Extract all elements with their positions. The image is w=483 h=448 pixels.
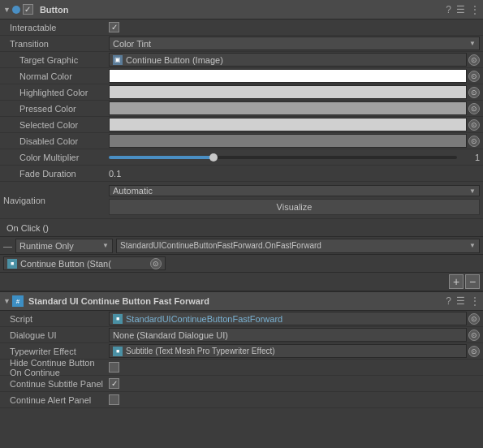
remove-button[interactable]: − xyxy=(465,274,480,289)
runtime-dropdown[interactable]: Runtime Only ▼ xyxy=(15,239,113,253)
standard-fold-arrow[interactable]: ▼ xyxy=(3,297,11,305)
navigation-dropdown-arrow: ▼ xyxy=(469,187,476,195)
highlighted-color-row: Highlighted Color ⊙ xyxy=(0,84,483,101)
add-remove-row: + − xyxy=(0,273,483,291)
pressed-color-row: Pressed Color ⊙ xyxy=(0,101,483,117)
target-graphic-field[interactable]: ▣ Continue Button (Image) xyxy=(109,53,467,67)
typewriter-effect-label: Typewriter Effect xyxy=(3,347,109,356)
pressed-color-label: Pressed Color xyxy=(3,104,109,114)
dialogue-ui-picker[interactable]: ⊙ xyxy=(468,330,480,341)
obj-picker[interactable]: ⊙ xyxy=(150,258,162,269)
fold-arrow[interactable]: ▼ xyxy=(3,6,11,14)
highlighted-color-picker[interactable]: ⊙ xyxy=(468,87,480,98)
target-graphic-icon: ▣ xyxy=(113,55,123,65)
fade-duration-display: 0.1 xyxy=(109,169,121,179)
dialogue-ui-label: Dialogue UI xyxy=(3,330,109,340)
hide-button-checkbox[interactable] xyxy=(109,362,119,373)
normal-color-row: Normal Color ⊙ xyxy=(0,68,483,84)
interactable-value: ✓ xyxy=(109,22,480,32)
standard-help-icon[interactable]: ? xyxy=(446,295,451,307)
transition-dropdown[interactable]: Color Tint ▼ xyxy=(109,37,480,50)
typewriter-icon: ■ xyxy=(113,347,123,356)
typewriter-effect-field[interactable]: ■ Subtitle (Text Mesh Pro Typewriter Eff… xyxy=(109,344,467,358)
script-row: Script ■ StandardUIContinueButtonFastFor… xyxy=(0,311,483,327)
standard-section-title: Standard UI Continue Button Fast Forward xyxy=(28,296,446,306)
navigation-label: Navigation xyxy=(3,196,109,205)
navigation-controls: Automatic ▼ Visualize xyxy=(109,185,480,215)
normal-color-swatch[interactable] xyxy=(109,69,467,83)
continue-subtitle-checkbox[interactable]: ✓ xyxy=(109,378,119,389)
interactable-row: Interactable ✓ xyxy=(0,19,483,36)
script-field[interactable]: ■ StandardUIContinueButtonFastForward xyxy=(109,312,467,325)
color-multiplier-track[interactable] xyxy=(109,156,457,159)
onclick-header: On Click () xyxy=(0,219,483,237)
color-multiplier-label: Color Multiplier xyxy=(3,153,109,162)
standard-more-icon[interactable]: ⋮ xyxy=(470,295,480,307)
pressed-color-value: ⊙ xyxy=(109,101,480,115)
standard-component-icon: # xyxy=(12,295,24,307)
continue-subtitle-label: Continue Subtitle Panel xyxy=(3,379,109,389)
interactable-label: Interactable xyxy=(3,23,109,32)
transition-dropdown-arrow: ▼ xyxy=(469,40,476,47)
navigation-dropdown[interactable]: Automatic ▼ xyxy=(109,185,480,196)
color-multiplier-slider-row: 1 xyxy=(109,153,480,162)
normal-color-label: Normal Color xyxy=(3,71,109,81)
pressed-color-picker[interactable]: ⊙ xyxy=(468,103,480,114)
target-graphic-value: ▣ Continue Button (Image) ⊙ xyxy=(109,53,480,67)
dialogue-ui-field[interactable]: None (Standard Dialogue UI) xyxy=(109,328,467,342)
color-multiplier-thumb[interactable] xyxy=(209,153,218,162)
highlighted-color-swatch[interactable] xyxy=(109,85,467,99)
disabled-color-row: Disabled Color ⊙ xyxy=(0,133,483,149)
selected-color-picker[interactable]: ⊙ xyxy=(468,119,480,131)
runtime-row: — Runtime Only ▼ StandardUIContinueButto… xyxy=(0,237,483,255)
runtime-dash: — xyxy=(3,241,12,251)
button-section-header: ▼ ✓ Button ? ☰ ⋮ xyxy=(0,0,483,19)
disabled-color-swatch[interactable] xyxy=(109,134,467,148)
standard-section-icons: ? ☰ ⋮ xyxy=(446,295,480,307)
target-graphic-picker[interactable]: ⊙ xyxy=(468,54,480,66)
menu-icon[interactable]: ☰ xyxy=(456,4,465,15)
continue-alert-label: Continue Alert Panel xyxy=(3,395,109,405)
pressed-color-swatch[interactable] xyxy=(109,101,467,115)
add-button[interactable]: + xyxy=(449,274,464,289)
button-section-title: Button xyxy=(40,5,446,15)
visualize-button[interactable]: Visualize xyxy=(109,199,480,215)
more-icon[interactable]: ⋮ xyxy=(470,4,480,15)
function-dropdown[interactable]: StandardUIContinueButtonFastForward.OnFa… xyxy=(116,239,480,253)
runtime-dropdown-arrow: ▼ xyxy=(102,242,109,249)
selected-color-swatch[interactable] xyxy=(109,118,467,131)
section-checkbox[interactable]: ✓ xyxy=(23,4,33,15)
typewriter-effect-value: ■ Subtitle (Text Mesh Pro Typewriter Eff… xyxy=(109,344,480,358)
standard-menu-icon[interactable]: ☰ xyxy=(456,295,465,307)
section-active-dot xyxy=(12,6,20,14)
target-graphic-row: Target Graphic ▣ Continue Button (Image)… xyxy=(0,52,483,68)
selected-color-label: Selected Color xyxy=(3,120,109,130)
highlighted-color-label: Highlighted Color xyxy=(3,88,109,97)
continue-subtitle-row: Continue Subtitle Panel ✓ xyxy=(0,376,483,392)
transition-value: Color Tint ▼ xyxy=(109,37,480,50)
script-picker[interactable]: ⊙ xyxy=(468,313,480,325)
disabled-color-picker[interactable]: ⊙ xyxy=(468,136,480,147)
color-multiplier-display: 1 xyxy=(460,153,480,162)
interactable-checkbox[interactable]: ✓ xyxy=(109,22,119,32)
fade-duration-row: Fade Duration 0.1 xyxy=(0,166,483,182)
obj-field[interactable]: ■ Continue Button (Stan( ⊙ xyxy=(3,256,166,270)
continue-subtitle-value: ✓ xyxy=(109,378,480,389)
obj-icon: ■ xyxy=(7,259,17,269)
disabled-color-label: Disabled Color xyxy=(3,136,109,146)
selected-color-value: ⊙ xyxy=(109,118,480,131)
typewriter-picker[interactable]: ⊙ xyxy=(468,346,480,357)
help-icon[interactable]: ? xyxy=(446,4,451,15)
selected-color-row: Selected Color ⊙ xyxy=(0,117,483,133)
color-multiplier-fill xyxy=(109,156,213,159)
dialogue-ui-value: None (Standard Dialogue UI) ⊙ xyxy=(109,328,480,342)
transition-row: Transition Color Tint ▼ xyxy=(0,36,483,52)
obj-row: ■ Continue Button (Stan( ⊙ xyxy=(0,255,483,273)
section-icons: ? ☰ ⋮ xyxy=(446,4,480,15)
function-dropdown-arrow: ▼ xyxy=(469,242,476,249)
normal-color-picker[interactable]: ⊙ xyxy=(468,71,480,82)
continue-alert-checkbox[interactable] xyxy=(109,394,119,405)
disabled-color-value: ⊙ xyxy=(109,134,480,148)
hide-button-value xyxy=(109,362,480,373)
standard-section-header: ▼ # Standard UI Continue Button Fast For… xyxy=(0,291,483,311)
